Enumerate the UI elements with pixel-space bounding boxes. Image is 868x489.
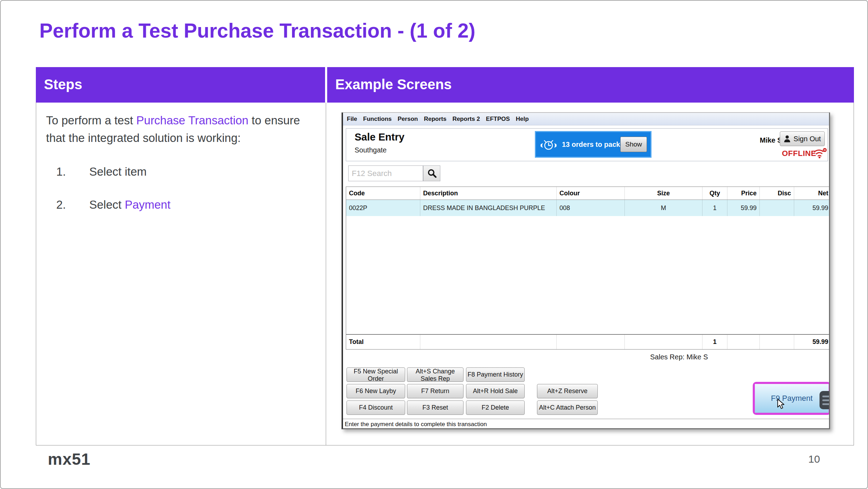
search-button[interactable] [423,165,440,181]
alarm-clock-icon [539,137,558,151]
total-size [625,335,702,349]
button-alt-z-reserve[interactable]: Alt+Z Reserve [537,384,598,398]
button-alt-c-attach-person[interactable]: Alt+C Attach Person [537,400,598,415]
menu-person[interactable]: Person [398,116,418,123]
button-f9-payment[interactable]: F9 Payment [755,384,829,413]
button-f5-new-special-order[interactable]: F5 New Special Order [346,367,405,382]
item-disc [760,200,794,216]
steps-header-label: Steps [36,67,325,92]
item-price: 59.99 [727,200,760,216]
item-qty: 1 [702,200,727,216]
item-description: DRESS MADE IN BANGLADESH PURPLE [420,200,557,216]
button-f6-new-layby[interactable]: F6 New Layby [346,384,405,398]
edge-tab-handle[interactable] [820,391,830,409]
screens-header-label: Example Screens [327,67,854,92]
magnifier-icon [427,169,437,178]
button-f8-payment-history[interactable]: F8 Payment History [466,367,525,382]
menu-reports2[interactable]: Reports 2 [452,116,480,123]
sale-entry-header-panel: Sale Entry Southgate 13 orders to pack [346,128,828,161]
orders-count-label: 13 orders to pack [562,141,620,149]
wifi-offline-icon [813,147,827,159]
button-f7-return[interactable]: F7 Return [407,384,464,398]
person-icon [784,135,791,143]
button-alt-r-hold-sale[interactable]: Alt+R Hold Sale [466,384,525,398]
item-net: 59.99 [794,200,830,216]
pos-menu-bar: File Functions Person Reports Reports 2 … [343,113,829,125]
menu-eftpos[interactable]: EFTPOS [486,116,510,123]
col-header-size: Size [625,187,702,200]
total-desc [420,335,557,349]
sign-out-label: Sign Out [793,135,821,143]
col-header-net: Net [794,187,830,200]
orders-to-pack-banner: 13 orders to pack Show [535,131,652,158]
page-title: Perform a Test Purchase Transaction - (1… [39,19,475,42]
item-size: M [625,200,702,216]
store-location-label: Southgate [355,146,387,154]
total-disc [760,335,794,349]
step-1-text: Select item [89,165,147,178]
logged-in-user-label: Mike S [760,136,782,144]
col-header-disc: Disc [760,187,794,200]
menu-reports[interactable]: Reports [424,116,446,123]
sales-rep-label: Sales Rep: Mike S [650,353,708,361]
search-input[interactable] [348,165,423,181]
col-header-code: Code [346,187,420,200]
purchase-transaction-link[interactable]: Purchase Transaction [136,114,248,127]
step-2-text: Select [89,198,125,211]
step-1-number: 1. [56,165,89,178]
mx51-logo: mx51 [48,450,91,469]
total-colour [557,335,625,349]
steps-column-header: Steps [36,67,326,103]
table-header-row: Code Description Colour Size Qty Price D… [346,187,830,200]
button-f4-discount[interactable]: F4 Discount [346,400,405,415]
menu-help[interactable]: Help [516,116,529,123]
total-net: 59.99 [794,335,830,349]
sign-out-button[interactable]: Sign Out [780,131,825,146]
pos-status-bar: Enter the payment details to complete th… [343,419,829,429]
screens-column-body: File Functions Person Reports Reports 2 … [326,103,854,445]
sale-items-table: Code Description Colour Size Qty Price D… [346,187,830,334]
button-f2-delete[interactable]: F2 Delete [466,400,525,415]
total-row: Total 1 59.99 [346,334,830,350]
payment-link[interactable]: Payment [125,198,170,211]
intro-paragraph: To perform a test Purchase Transaction t… [46,112,318,147]
page-number: 10 [808,453,820,465]
mouse-cursor-icon [777,399,786,409]
total-price [727,335,760,349]
sale-entry-title: Sale Entry [355,131,404,143]
menu-file[interactable]: File [347,116,357,123]
total-label: Total [346,335,420,349]
col-header-price: Price [727,187,760,200]
total-qty: 1 [702,335,727,349]
step-item-2: 2.Select Payment [56,198,170,211]
col-header-colour: Colour [557,187,625,200]
payment-highlight-box: F9 Payment [753,382,830,415]
intro-prefix: To perform a test [46,114,136,127]
offline-status-badge: OFFLINE [782,149,816,158]
item-code: 0022P [346,200,420,216]
button-f3-reset[interactable]: F3 Reset [407,400,464,415]
slide: Perform a Test Purchase Transaction - (1… [0,0,868,489]
button-alt-s-change-sales-rep[interactable]: Alt+S Change Sales Rep [407,367,464,382]
steps-column-body: To perform a test Purchase Transaction t… [36,103,326,445]
sale-item-row[interactable]: 0022P DRESS MADE IN BANGLADESH PURPLE 00… [346,200,830,216]
pos-app-window: File Functions Person Reports Reports 2 … [342,112,830,429]
step-2-number: 2. [56,198,89,211]
col-header-description: Description [420,187,557,200]
col-header-qty: Qty [702,187,727,200]
screens-column-header: Example Screens [327,67,854,103]
show-orders-button[interactable]: Show [620,137,647,152]
step-item-1: 1.Select item [56,165,147,178]
item-colour: 008 [557,200,625,216]
menu-functions[interactable]: Functions [363,116,391,123]
